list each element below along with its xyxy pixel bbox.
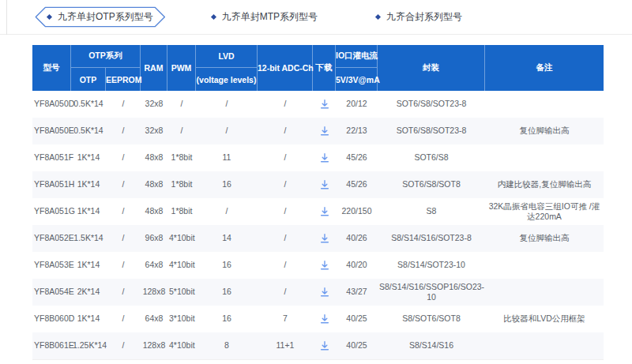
col-header-pwm: PWM [167, 45, 196, 91]
io-cell: 20/12 [336, 91, 378, 118]
otp-cell: 1K*14 [71, 306, 106, 332]
eeprom-cell: / [106, 144, 141, 171]
tab-otp-series[interactable]: 九齐单封OTP系列型号 [35, 6, 166, 28]
lvd-cell: 16 [196, 252, 258, 279]
col-header-otp: OTP [71, 68, 106, 91]
package-cell: S8/S14/S16/SOT23-8 [378, 225, 485, 252]
col-header-adc: 12-bit ADC-Ch [258, 45, 313, 91]
download-icon[interactable] [319, 126, 330, 137]
download-icon[interactable] [319, 179, 330, 190]
eeprom-cell: / [106, 91, 141, 118]
tab-mtp-series[interactable]: 九齐单封MTP系列型号 [199, 6, 330, 28]
lvd-cell: 16 [196, 279, 258, 306]
pwm-cell: 1*8bit [167, 171, 196, 198]
remark-cell [485, 91, 604, 118]
table-row: YF8A051G 1K*14 / 48x8 1*8bit / / 220/150… [32, 198, 604, 225]
ram-cell: 48x8 [141, 171, 167, 198]
left-edge-divider [6, 0, 7, 35]
model-cell: YF8A052E [32, 225, 71, 252]
model-cell: YF8A050D [32, 91, 71, 118]
table-row: YF8A050E 0.5K*14 / 32x8 / / / 22/13 SOT6… [32, 118, 604, 144]
io-cell: 43/27 [336, 279, 378, 306]
pwm-cell: 4*10bit [167, 225, 196, 252]
otp-cell: 2K*14 [71, 279, 106, 306]
ram-cell: 32x8 [141, 118, 167, 144]
model-cell: YF8A051H [32, 171, 71, 198]
download-icon[interactable] [319, 152, 330, 163]
otp-cell: 1.25K*14 [71, 332, 106, 359]
lvd-cell: 11 [196, 144, 258, 171]
ram-cell: 48x8 [141, 144, 167, 171]
pwm-cell: 1*8bit [167, 144, 196, 171]
io-cell: 45/26 [336, 144, 378, 171]
table-row: YF8A050D 0.5K*14 / 32x8 / / / 20/12 SOT6… [32, 91, 604, 118]
remark-cell: 比较器和LVD公用框架 [485, 306, 604, 332]
diamond-bullet-icon [47, 14, 52, 20]
download-icon[interactable] [319, 260, 330, 271]
adc-cell: / [258, 171, 313, 198]
download-cell [313, 252, 336, 279]
adc-cell: 11+1 [258, 332, 313, 359]
model-cell: YF8A054E [32, 279, 71, 306]
eeprom-cell: / [106, 332, 141, 359]
package-cell: S8/S14/SOT23-10 [378, 252, 485, 279]
model-cell: YF8B060D [32, 306, 71, 332]
col-header-remark: 备注 [485, 45, 604, 91]
model-cell: YF8A051G [32, 198, 71, 225]
pwm-cell: 1*8bit [167, 198, 196, 225]
package-cell: SOT6/S8/SOT23-8 [378, 118, 485, 144]
download-cell [313, 225, 336, 252]
col-header-io-group: IO口灌电流 [336, 45, 378, 68]
download-cell [313, 91, 336, 118]
tab-bar: 九齐单封OTP系列型号 九齐单封MTP系列型号 九齐合封系列型号 [0, 0, 632, 35]
otp-cell: 1K*14 [71, 171, 106, 198]
download-icon[interactable] [319, 313, 330, 325]
remark-cell [485, 144, 604, 171]
pwm-cell: / [167, 118, 196, 144]
package-cell: SOT6/S8/SOT8 [378, 171, 485, 198]
lvd-cell: / [196, 118, 258, 144]
package-cell: S8 [378, 198, 485, 225]
table-row: YF8A052E 1.5K*14 / 96x8 4*10bit 14 / 40/… [32, 225, 604, 252]
model-cell: YF8A050E [32, 118, 71, 144]
download-icon[interactable] [319, 340, 330, 351]
otp-cell: 1K*14 [71, 144, 106, 171]
eeprom-cell: / [106, 225, 141, 252]
table-row: YF8B061E 1.25K*14 / 128x8 4*10bit 8 11+1… [32, 332, 604, 359]
download-cell [313, 279, 336, 306]
download-cell [313, 144, 336, 171]
eeprom-cell: / [106, 279, 141, 306]
ram-cell: 96x8 [141, 225, 167, 252]
col-header-otp-group: OTP系列 [71, 45, 141, 68]
lvd-cell: 14 [196, 225, 258, 252]
eeprom-cell: / [106, 252, 141, 279]
remark-cell: 复位脚输出高 [485, 225, 604, 252]
io-cell: 220/150 [336, 198, 378, 225]
eeprom-cell: / [106, 118, 141, 144]
download-icon[interactable] [319, 206, 330, 217]
tab-combined-series[interactable]: 九齐合封系列型号 [363, 6, 475, 28]
remark-cell [485, 252, 604, 279]
remark-cell: 32K晶振省电容三组IO可推 /灌达220mA [485, 198, 604, 225]
table-row: YF8B060D 1K*14 / 64x8 3*10bit 16 7 40/25… [32, 306, 604, 332]
table-row: YF8A051F 1K*14 / 48x8 1*8bit 11 / 45/26 … [32, 144, 604, 171]
model-cell: YF8A051F [32, 144, 71, 171]
lvd-cell: 8 [196, 332, 258, 359]
package-cell: SOT6/S8/SOT23-8 [378, 91, 485, 118]
table-row: YF8A051H 1K*14 / 48x8 1*8bit 16 / 45/26 … [32, 171, 604, 198]
remark-cell [485, 279, 604, 306]
otp-cell: 1K*14 [71, 252, 106, 279]
tab-label: 九齐合封系列型号 [386, 10, 462, 24]
io-cell: 40/25 [336, 332, 378, 359]
download-icon[interactable] [319, 287, 330, 298]
adc-cell: / [258, 252, 313, 279]
download-icon[interactable] [319, 233, 330, 244]
col-header-io-sub: 5V/3V@mA [336, 68, 378, 91]
otp-cell: 0.5K*14 [71, 118, 106, 144]
eeprom-cell: / [106, 198, 141, 225]
lvd-cell: 16 [196, 171, 258, 198]
ram-cell: 64x8 [141, 306, 167, 332]
download-icon[interactable] [319, 99, 330, 110]
adc-cell: / [258, 118, 313, 144]
ram-cell: 64x8 [141, 252, 167, 279]
